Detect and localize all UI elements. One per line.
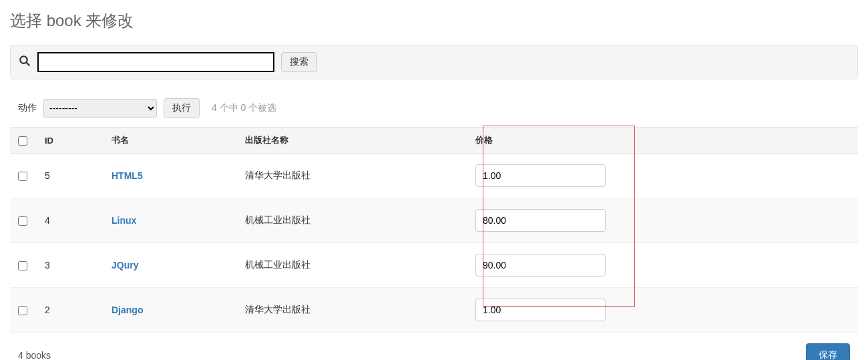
table-row: 2 Django 清华大学出版社 [10,288,858,333]
action-select[interactable]: --------- [43,99,157,118]
selection-counter: 4 个中 0 个被选 [212,102,276,114]
cell-publisher: 清华大学出版社 [237,154,467,198]
results-table: ID 书名 出版社名称 价格 5 HTML5 清华大学出版社 [10,127,858,333]
row-checkbox[interactable] [18,306,27,315]
search-input[interactable] [37,52,274,72]
book-link[interactable]: HTML5 [112,170,143,181]
header-price[interactable]: 价格 [467,128,618,154]
row-checkbox[interactable] [18,261,27,271]
book-link[interactable]: JQury [112,260,138,271]
table-row: 3 JQury 机械工业出版社 [10,243,858,288]
price-input[interactable] [475,254,606,277]
cell-id: 4 [37,198,103,243]
price-input[interactable] [475,164,606,187]
search-button[interactable]: 搜索 [281,52,317,72]
result-count: 4 books [18,350,51,360]
cell-id: 2 [37,288,103,333]
search-bar: 搜索 [10,45,858,79]
select-all-checkbox[interactable] [18,136,27,146]
header-blank [618,128,858,154]
cell-id: 5 [37,154,103,198]
price-input[interactable] [475,209,606,232]
cell-id: 3 [37,243,103,288]
save-button[interactable]: 保存 [806,343,850,360]
header-title[interactable]: 书名 [103,128,237,154]
row-checkbox[interactable] [18,216,27,226]
book-link[interactable]: Django [112,305,143,315]
header-publisher[interactable]: 出版社名称 [237,128,467,154]
search-icon [19,55,31,70]
cell-publisher: 机械工业出版社 [237,243,467,288]
go-button[interactable]: 执行 [164,98,200,118]
table-row: 5 HTML5 清华大学出版社 [10,154,858,198]
page-title: 选择 book 来修改 [10,10,858,31]
book-link[interactable]: Linux [112,215,136,226]
cell-publisher: 清华大学出版社 [237,288,467,333]
header-checkbox-cell [10,128,37,154]
cell-publisher: 机械工业出版社 [237,198,467,243]
row-checkbox[interactable] [18,172,27,181]
actions-row: 动作 --------- 执行 4 个中 0 个被选 [10,93,858,124]
footer-row: 4 books 保存 [10,333,858,360]
svg-line-1 [26,62,29,65]
actions-label: 动作 [18,102,37,114]
price-input[interactable] [475,299,606,321]
table-row: 4 Linux 机械工业出版社 [10,198,858,243]
header-id[interactable]: ID [37,128,103,154]
